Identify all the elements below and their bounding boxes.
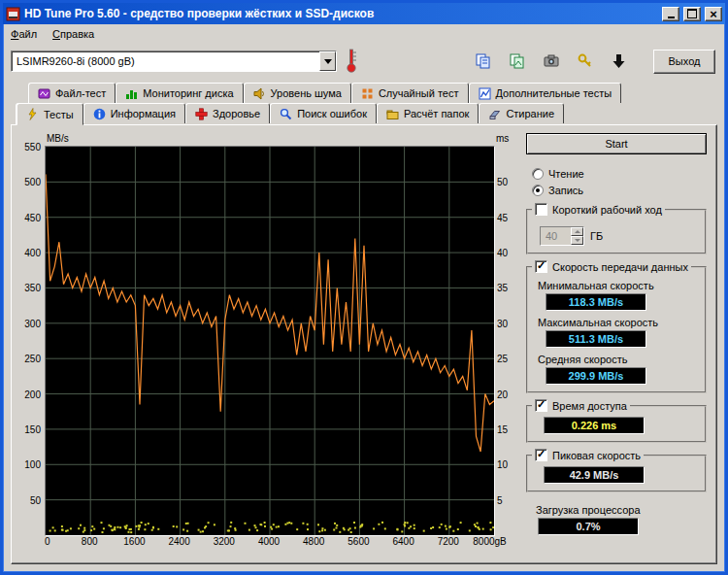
- tab-folder-usage[interactable]: Расчёт папок: [377, 103, 479, 123]
- start-button[interactable]: Start: [526, 133, 707, 154]
- read-radio-label: Чтение: [548, 168, 584, 180]
- x-axis-labels: 0800160024003200400048005600640072008000…: [45, 534, 493, 550]
- transfer-speed-group: Скорость передачи данных Минимальная ско…: [526, 266, 707, 393]
- window-title: HD Tune Pro 5.60 - средство проверки жёс…: [24, 7, 658, 20]
- arrow-down-icon: [575, 239, 580, 242]
- max-speed-text: 511.3 MB/s: [569, 333, 623, 345]
- burst-rate-text: 42.9 MB/s: [570, 469, 619, 481]
- transfer-rate-plot: [46, 147, 494, 535]
- access-time-value: 0.226 ms: [544, 417, 645, 434]
- min-speed-text: 118.3 MB/s: [569, 296, 623, 308]
- access-time-label: Время доступа: [552, 400, 627, 412]
- drive-select-dropdown-button[interactable]: [319, 51, 336, 71]
- copy-text-icon: [475, 52, 492, 70]
- license-key-button[interactable]: [572, 49, 598, 75]
- copy-image-button[interactable]: [504, 49, 530, 75]
- app-icon: [6, 7, 20, 21]
- close-button[interactable]: [705, 7, 722, 21]
- tab-label: Здоровье: [213, 108, 260, 119]
- download-arrow-icon: [611, 52, 628, 70]
- tab-label: Дополнительные тесты: [496, 87, 612, 99]
- keys-icon: [577, 52, 594, 70]
- benchmark-panel: MB/s ms 50100150200250300350400450500550…: [11, 124, 717, 564]
- tab-label: Файл-тест: [55, 87, 106, 99]
- tab-info[interactable]: Информация: [83, 103, 185, 123]
- copy-text-button[interactable]: [470, 49, 496, 75]
- app-window: HD Tune Pro 5.60 - средство проверки жёс…: [0, 0, 728, 575]
- minimize-button[interactable]: [662, 7, 679, 21]
- maximize-button[interactable]: [683, 7, 701, 21]
- left-axis-unit: MB/s: [45, 133, 493, 146]
- title-bar[interactable]: HD Tune Pro 5.60 - средство проверки жёс…: [3, 3, 725, 24]
- burst-rate-label: Пиковая скорость: [552, 450, 641, 461]
- eraser-icon: [488, 108, 501, 120]
- controls-panel: Start Чтение Запись Короткий рабочий ход…: [526, 133, 709, 558]
- avg-speed-value: 299.9 MB/s: [546, 367, 646, 385]
- tab-extra-tests[interactable]: Дополнительные тесты: [469, 83, 622, 103]
- transfer-speed-label: Скорость передачи данных: [552, 261, 688, 273]
- info-icon: [93, 108, 106, 120]
- tab-health[interactable]: Здоровье: [185, 103, 270, 123]
- spin-down-button[interactable]: [571, 236, 583, 245]
- tab-random-test[interactable]: Случайный тест: [351, 83, 469, 103]
- tab-label: Уровень шума: [271, 87, 342, 99]
- tab-disk-monitor[interactable]: Мониторинг диска: [116, 83, 243, 103]
- magnifier-icon: [280, 108, 292, 120]
- burst-rate-checkbox[interactable]: [535, 449, 547, 461]
- access-time-checkbox[interactable]: [535, 399, 547, 412]
- burst-rate-value: 42.9 MB/s: [544, 466, 645, 484]
- cpu-usage-label: Загрузка процессора: [536, 504, 707, 516]
- arrow-up-icon: [575, 230, 580, 233]
- tab-label: Мониторинг диска: [143, 87, 233, 99]
- spin-up-button[interactable]: [571, 227, 583, 236]
- tab-error-scan[interactable]: Поиск ошибок: [270, 103, 377, 123]
- short-stroke-size-input[interactable]: 40: [540, 226, 584, 246]
- access-time-group: Время доступа 0.226 ms: [526, 405, 707, 443]
- short-stroke-checkbox[interactable]: [535, 203, 547, 216]
- temperature-icon[interactable]: [345, 48, 358, 75]
- plot-area: [45, 146, 495, 536]
- menu-help[interactable]: Справка: [52, 28, 94, 40]
- drive-select-value: LSIMR9260-8i (8000 gB): [12, 51, 319, 71]
- chevron-down-icon: [324, 59, 332, 64]
- short-stroke-size-value: 40: [541, 227, 571, 245]
- max-speed-label: Максимальная скорость: [538, 317, 697, 328]
- exit-button[interactable]: Выход: [653, 50, 715, 74]
- min-speed-label: Минимальная скорость: [538, 280, 697, 291]
- transfer-speed-checkbox[interactable]: [535, 260, 547, 273]
- cpu-usage-block: Загрузка процессора 0.7%: [536, 504, 707, 535]
- tab-strip: Файл-тест Мониторинг диска Уровень шума: [3, 83, 725, 125]
- tab-label: Тесты: [44, 109, 74, 120]
- menu-file[interactable]: Файл: [11, 28, 37, 40]
- short-stroke-label: Короткий рабочий ход: [552, 204, 662, 216]
- tab-file-test[interactable]: Файл-тест: [28, 83, 116, 103]
- read-radio[interactable]: [532, 168, 544, 180]
- extra-tests-icon: [479, 87, 491, 100]
- cpu-usage-value: 0.7%: [538, 518, 639, 535]
- screenshot-button[interactable]: [538, 49, 564, 75]
- right-axis-unit: ms: [493, 133, 516, 146]
- right-axis-labels: 5101520253035404550: [493, 146, 516, 534]
- toolbar: LSIMR9260-8i (8000 gB): [3, 44, 725, 83]
- avg-speed-text: 299.9 MB/s: [569, 370, 624, 382]
- disk-monitor-icon: [125, 87, 138, 100]
- access-time-text: 0.226 ms: [572, 420, 616, 431]
- tab-label: Информация: [111, 108, 176, 119]
- tab-label: Поиск ошибок: [297, 108, 367, 119]
- random-test-icon: [361, 87, 374, 100]
- min-speed-value: 118.3 MB/s: [546, 293, 646, 311]
- left-axis-labels: 50100150200250300350400450500550: [17, 146, 45, 534]
- drive-select[interactable]: LSIMR9260-8i (8000 gB): [11, 51, 337, 72]
- save-results-button[interactable]: [606, 49, 632, 75]
- max-speed-value: 511.3 MB/s: [546, 330, 646, 348]
- tab-noise-level[interactable]: Уровень шума: [244, 83, 351, 103]
- tab-label: Стирание: [506, 108, 554, 119]
- lightning-icon: [26, 108, 39, 120]
- tab-erase[interactable]: Стирание: [479, 103, 564, 123]
- health-cross-icon: [195, 108, 208, 120]
- write-radio[interactable]: [532, 185, 544, 196]
- file-test-icon: [38, 87, 50, 100]
- tab-benchmark[interactable]: Тесты: [17, 103, 83, 125]
- speaker-icon: [253, 87, 266, 100]
- burst-rate-group: Пиковая скорость 42.9 MB/s: [526, 455, 707, 492]
